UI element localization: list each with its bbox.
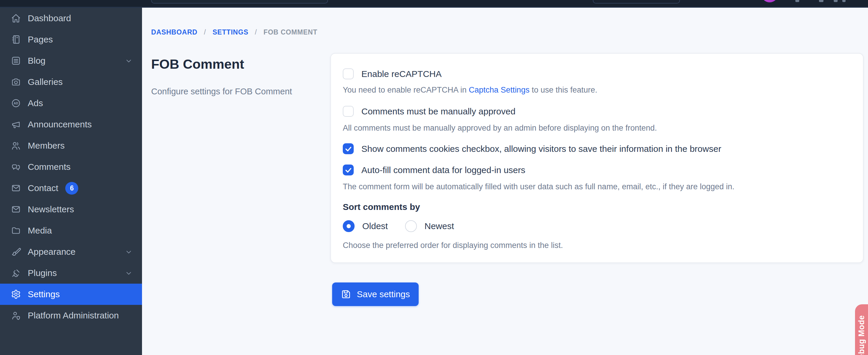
sidebar-item-appearance[interactable]: Appearance bbox=[0, 241, 142, 262]
cookies-checkbox[interactable] bbox=[343, 143, 354, 154]
help-text-part: You need to enable reCAPTCHA in bbox=[343, 85, 469, 94]
mail-icon bbox=[11, 204, 21, 214]
sidebar: Dashboard Pages Blog Galleries bbox=[0, 8, 142, 355]
breadcrumb-separator: / bbox=[255, 28, 257, 36]
sidebar-item-comments[interactable]: Comments bbox=[0, 156, 142, 178]
save-settings-button[interactable]: Save settings bbox=[332, 282, 418, 306]
sort-option-oldest: Oldest bbox=[343, 220, 388, 232]
option-manual-approval: Comments must be manually approved bbox=[343, 106, 849, 117]
main-content: DASHBOARD / SETTINGS / FOB COMMENT FOB C… bbox=[142, 8, 868, 355]
newest-radio[interactable] bbox=[405, 220, 417, 232]
radio-label[interactable]: Oldest bbox=[362, 221, 388, 231]
sidebar-item-media[interactable]: Media bbox=[0, 220, 142, 241]
sidebar-item-label: Media bbox=[28, 225, 52, 236]
admin-screen: Dashboard Pages Blog Galleries bbox=[0, 0, 868, 355]
option-enable-recaptcha: Enable reCAPTCHA bbox=[343, 68, 849, 79]
plug-icon bbox=[11, 268, 21, 278]
page-subtitle: Configure settings for FOB Comment bbox=[151, 87, 292, 97]
option-help: You need to enable reCAPTCHA in Captcha … bbox=[343, 85, 849, 95]
sidebar-item-label: Galleries bbox=[28, 77, 63, 87]
sidebar-item-label: Plugins bbox=[28, 268, 57, 278]
sidebar-item-label: Ads bbox=[28, 98, 43, 108]
option-label[interactable]: Comments must be manually approved bbox=[361, 106, 516, 116]
radio-label[interactable]: Newest bbox=[425, 221, 454, 231]
autofill-checkbox[interactable] bbox=[343, 165, 354, 175]
topbar-icon[interactable] bbox=[795, 0, 799, 2]
camera-icon bbox=[11, 77, 21, 87]
home-icon bbox=[11, 13, 21, 23]
breadcrumb-settings[interactable]: SETTINGS bbox=[213, 28, 248, 36]
chevron-down-icon bbox=[125, 269, 132, 277]
topbar-secondary-input[interactable] bbox=[593, 0, 680, 4]
sidebar-item-dashboard[interactable]: Dashboard bbox=[0, 8, 142, 29]
sidebar-item-galleries[interactable]: Galleries bbox=[0, 71, 142, 93]
breadcrumb-current: FOB COMMENT bbox=[264, 28, 318, 36]
chevron-down-icon bbox=[125, 248, 132, 256]
sidebar-item-label: Members bbox=[28, 141, 65, 151]
breadcrumb: DASHBOARD / SETTINGS / FOB COMMENT bbox=[151, 28, 317, 36]
gear-icon bbox=[11, 289, 21, 299]
sidebar-item-pages[interactable]: Pages bbox=[0, 29, 142, 50]
global-search-input[interactable] bbox=[151, 0, 328, 4]
sidebar-item-label: Comments bbox=[28, 162, 70, 172]
save-icon bbox=[341, 289, 351, 299]
oldest-radio[interactable] bbox=[343, 220, 354, 232]
sidebar-item-plugins[interactable]: Plugins bbox=[0, 262, 142, 284]
sidebar-item-label: Contact bbox=[28, 183, 58, 193]
option-label[interactable]: Show comments cookies checkbox, allowing… bbox=[361, 144, 721, 154]
sidebar-item-members[interactable]: Members bbox=[0, 135, 142, 156]
svg-text:AD: AD bbox=[13, 101, 18, 105]
breadcrumb-separator: / bbox=[204, 28, 206, 36]
sidebar-item-label: Newsletters bbox=[28, 204, 74, 214]
enable-recaptcha-checkbox[interactable] bbox=[343, 68, 354, 79]
debug-mode-label: Debug Mode bbox=[857, 315, 866, 355]
breadcrumb-dashboard[interactable]: DASHBOARD bbox=[151, 28, 197, 36]
sidebar-item-label: Appearance bbox=[28, 247, 75, 257]
topbar-icon[interactable] bbox=[819, 0, 824, 2]
blog-icon bbox=[11, 56, 21, 66]
sidebar-item-settings[interactable]: Settings bbox=[0, 284, 142, 305]
page-title: FOB Comment bbox=[151, 57, 244, 72]
comments-icon bbox=[11, 162, 21, 172]
option-help: All comments must be manually approved b… bbox=[343, 123, 849, 133]
debug-mode-ribbon: Debug Mode bbox=[855, 304, 868, 355]
user-shield-icon bbox=[11, 311, 21, 320]
captcha-settings-link[interactable]: Captcha Settings bbox=[469, 85, 530, 94]
sidebar-item-label: Dashboard bbox=[28, 13, 71, 23]
topbar-icon[interactable] bbox=[842, 0, 845, 2]
option-cookies-checkbox: Show comments cookies checkbox, allowing… bbox=[343, 143, 849, 154]
sort-option-newest: Newest bbox=[405, 220, 454, 232]
topbar-icon[interactable] bbox=[834, 0, 838, 2]
sidebar-item-platform-administration[interactable]: Platform Administration bbox=[0, 305, 142, 326]
sidebar-item-label: Settings bbox=[28, 289, 60, 299]
check-icon bbox=[345, 145, 352, 153]
sort-comments-label: Sort comments by bbox=[343, 202, 849, 212]
contact-count-badge: 6 bbox=[65, 182, 78, 194]
chevron-down-icon bbox=[125, 57, 132, 65]
sidebar-item-contact[interactable]: Contact 6 bbox=[0, 178, 142, 199]
topbar bbox=[0, 0, 868, 8]
manual-approval-checkbox[interactable] bbox=[343, 106, 354, 117]
brush-icon bbox=[11, 247, 21, 257]
option-autofill: Auto-fill comment data for logged-in use… bbox=[343, 165, 849, 175]
save-settings-label: Save settings bbox=[356, 289, 410, 299]
sidebar-item-blog[interactable]: Blog bbox=[0, 50, 142, 71]
users-icon bbox=[11, 141, 21, 151]
avatar[interactable] bbox=[761, 0, 778, 2]
pages-icon bbox=[11, 35, 21, 44]
megaphone-icon bbox=[11, 119, 21, 130]
sidebar-item-announcements[interactable]: Announcements bbox=[0, 114, 142, 135]
mail-icon bbox=[11, 183, 21, 193]
sidebar-item-label: Blog bbox=[28, 56, 45, 66]
sidebar-item-ads[interactable]: AD Ads bbox=[0, 93, 142, 114]
sort-radio-group: Oldest Newest bbox=[343, 220, 849, 232]
option-label[interactable]: Enable reCAPTCHA bbox=[361, 69, 442, 79]
settings-card: Enable reCAPTCHA You need to enable reCA… bbox=[330, 53, 864, 263]
sidebar-item-newsletters[interactable]: Newsletters bbox=[0, 199, 142, 220]
option-help: The comment form will be automatically f… bbox=[343, 182, 849, 191]
ad-icon: AD bbox=[11, 98, 21, 108]
check-icon bbox=[345, 166, 352, 174]
option-label[interactable]: Auto-fill comment data for logged-in use… bbox=[361, 165, 525, 175]
sidebar-item-label: Announcements bbox=[28, 119, 92, 130]
sort-help: Choose the preferred order for displayin… bbox=[343, 241, 849, 250]
